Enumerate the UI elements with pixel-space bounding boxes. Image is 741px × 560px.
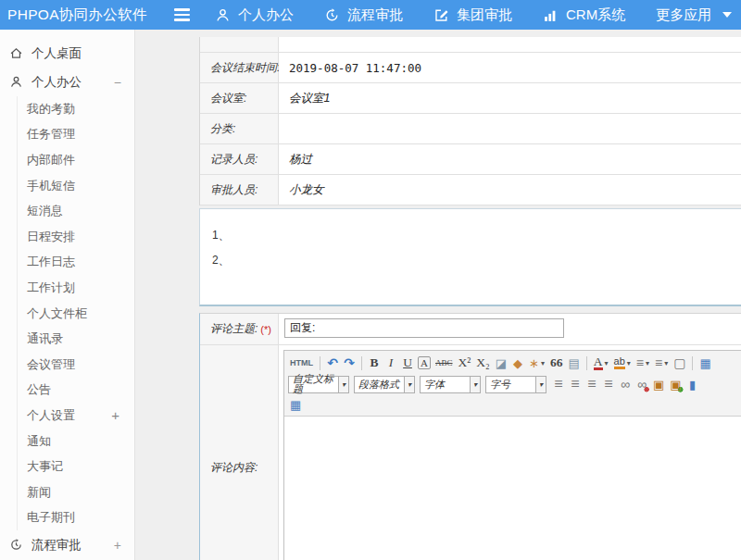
sidebar-item-label: 内部邮件 (27, 152, 75, 168)
bullet-list-icon[interactable]: ≡ (653, 355, 670, 371)
autotypeset-icon[interactable]: ∗ (527, 355, 546, 371)
sidebar-item-label: 日程安排 (27, 229, 75, 245)
insert-image-icon[interactable]: ▣ (668, 376, 683, 392)
media-icon[interactable]: ▮ (685, 376, 700, 392)
comment-subject-input[interactable] (284, 318, 564, 338)
font-size-select[interactable]: 字号 (485, 376, 546, 393)
sidebar-item-e-journal[interactable]: 电子期刊 (18, 505, 134, 531)
field-value: 会议室1 (279, 83, 741, 113)
undo-icon[interactable]: ↶ (325, 355, 340, 371)
separator[interactable] (361, 356, 362, 370)
align-right-icon[interactable]: ≡ (584, 376, 599, 392)
sidebar-item-personal-files[interactable]: 个人文件柜 (18, 301, 134, 327)
font-border-icon[interactable]: A (418, 356, 431, 369)
field-value: 杨过 (279, 144, 741, 174)
underline-icon[interactable]: U (400, 355, 415, 371)
sidebar-item-task-management[interactable]: 任务管理 (18, 122, 134, 148)
nav-workflow-approval[interactable]: 流程审批 (324, 6, 403, 24)
approver-row: 审批人员: 小龙女 (200, 175, 741, 205)
sidebar-item-contacts[interactable]: 通讯录 (18, 326, 134, 352)
sidebar-item-work-plan[interactable]: 工作计划 (18, 275, 134, 301)
sidebar-item-label: 个人桌面 (31, 45, 82, 62)
subscript-icon[interactable]: X₂ (474, 355, 491, 371)
caret-down-icon (722, 12, 732, 18)
history-icon (9, 538, 23, 552)
nav-label: CRM系统 (566, 6, 625, 24)
bar-chart-icon (543, 7, 559, 23)
sidebar-item-label: 个人设置 (27, 407, 75, 424)
blockquote-icon[interactable]: 66 (548, 355, 565, 371)
sidebar-item-meeting-management[interactable]: 会议管理 (18, 352, 134, 378)
sidebar-item-personal-settings[interactable]: 个人设置 + (18, 403, 134, 429)
sidebar-item-workflow-approval[interactable]: 流程审批 + (0, 530, 134, 559)
unlink-icon[interactable]: ∞ (634, 376, 649, 392)
strikethrough-icon[interactable]: ABC (433, 355, 455, 371)
top-nav: 个人办公 流程审批 集团审批 CRM系统 更多应用 (215, 6, 732, 24)
separator[interactable] (586, 356, 587, 370)
align-center-icon[interactable]: ≡ (568, 376, 583, 392)
sidebar-item-internal-mail[interactable]: 内部邮件 (18, 147, 134, 173)
paragraph-format-select[interactable]: 段落格式 (354, 376, 415, 393)
expand-icon: + (111, 408, 119, 422)
sidebar-item-personal-desktop[interactable]: 个人桌面 (0, 39, 134, 68)
field-value: 小龙女 (279, 175, 741, 205)
superscript-icon[interactable]: X² (457, 355, 473, 371)
italic-icon[interactable]: I (383, 355, 398, 371)
fullscreen-icon[interactable]: ▦ (697, 355, 712, 371)
nav-personal-office[interactable]: 个人办公 (215, 6, 294, 24)
field-value (279, 114, 741, 143)
align-left-icon[interactable]: ≡ (551, 376, 566, 392)
nav-crm-system[interactable]: CRM系统 (543, 6, 625, 24)
sidebar-item-news[interactable]: 新闻 (18, 479, 134, 505)
highlight-color-icon[interactable]: ab (612, 355, 633, 371)
menu-toggle-icon[interactable] (174, 9, 191, 21)
comment-content-row: 评论内容: HTML ↶ ↷ (200, 345, 741, 560)
app-title: PHPOA协同办公软件 (0, 6, 174, 25)
sidebar-item-announcement[interactable]: 公告 (18, 378, 134, 404)
field-label: 会议结束时间: (200, 53, 279, 82)
separator[interactable] (692, 356, 693, 370)
font-color-icon[interactable]: A (592, 355, 610, 371)
sidebar-item-label: 短消息 (27, 203, 63, 219)
field-label: 会议室: (200, 83, 279, 113)
nav-group-approval[interactable]: 集团审批 (433, 6, 512, 24)
bold-icon[interactable]: B (367, 355, 382, 371)
comment-form: 评论主题: (*) 评论内容: HTML (199, 313, 741, 560)
editor-content-area[interactable] (284, 417, 741, 560)
ordered-list-icon[interactable]: ≡ (634, 355, 651, 371)
sidebar-item-notice[interactable]: 通知 (18, 429, 134, 454)
nav-more-apps[interactable]: 更多应用 (656, 6, 732, 24)
eraser-icon[interactable]: ◪ (494, 355, 509, 371)
nav-label: 更多应用 (656, 6, 711, 24)
separator[interactable] (320, 356, 320, 370)
html-source-button[interactable]: HTML (288, 355, 315, 371)
link-icon[interactable]: ∞ (618, 376, 633, 392)
sidebar-item-mobile-sms[interactable]: 手机短信 (18, 173, 134, 199)
new-page-icon[interactable]: ▢ (672, 355, 687, 371)
field-label: 分类: (200, 114, 279, 143)
comment-content-label: 评论内容: (200, 345, 279, 560)
nav-label: 个人办公 (238, 6, 294, 24)
nav-label: 集团审批 (457, 6, 512, 24)
sidebar-item-memorabilia[interactable]: 大事记 (18, 454, 134, 479)
sidebar-item-work-log[interactable]: 工作日志 (18, 250, 134, 276)
sidebar-item-my-attendance[interactable]: 我的考勤 (18, 96, 134, 122)
sidebar-item-personal-office[interactable]: 个人办公 − (0, 68, 134, 96)
content-line: 1、 (212, 223, 741, 248)
sidebar-item-short-message[interactable]: 短消息 (18, 198, 134, 224)
meeting-room-row: 会议室: 会议室1 (200, 83, 741, 114)
recorder-row: 记录人员: 杨过 (200, 144, 741, 175)
custom-heading-select[interactable]: 自定义标题 (288, 376, 349, 393)
format-brush-icon[interactable]: ◆ (510, 355, 525, 371)
sidebar-item-label: 新闻 (27, 484, 51, 501)
collapse-icon[interactable]: − (114, 76, 121, 89)
expand-icon[interactable]: + (114, 539, 121, 552)
sidebar-item-schedule[interactable]: 日程安排 (18, 224, 134, 250)
font-family-select[interactable]: 字体 (420, 376, 481, 393)
justify-icon[interactable]: ≡ (601, 376, 616, 392)
image-icon[interactable]: ▣ (651, 376, 666, 392)
paste-icon[interactable]: ▤ (567, 355, 582, 371)
insert-table-icon[interactable]: ▦ (288, 396, 303, 413)
sidebar: 个人桌面 个人办公 − 我的考勤 任务管理 内部邮件 手机短信 短消息 日程安排 (0, 30, 135, 560)
redo-icon[interactable]: ↷ (342, 355, 357, 371)
